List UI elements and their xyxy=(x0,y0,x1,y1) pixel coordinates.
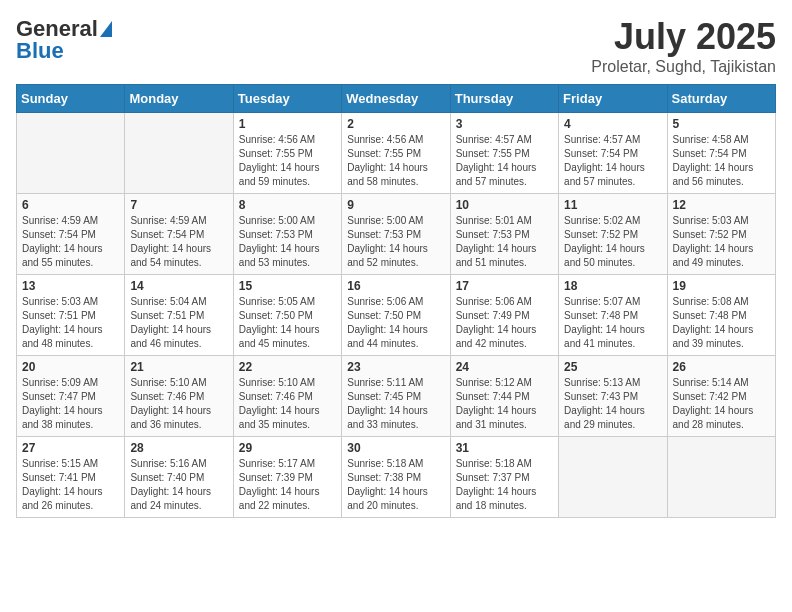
day-info: Sunrise: 5:10 AMSunset: 7:46 PMDaylight:… xyxy=(239,376,336,432)
weekday-header-row: SundayMondayTuesdayWednesdayThursdayFrid… xyxy=(17,85,776,113)
calendar-cell: 31Sunrise: 5:18 AMSunset: 7:37 PMDayligh… xyxy=(450,437,558,518)
weekday-header-wednesday: Wednesday xyxy=(342,85,450,113)
calendar-cell: 19Sunrise: 5:08 AMSunset: 7:48 PMDayligh… xyxy=(667,275,775,356)
day-number: 11 xyxy=(564,198,661,212)
calendar-week-5: 27Sunrise: 5:15 AMSunset: 7:41 PMDayligh… xyxy=(17,437,776,518)
calendar-week-4: 20Sunrise: 5:09 AMSunset: 7:47 PMDayligh… xyxy=(17,356,776,437)
day-number: 2 xyxy=(347,117,444,131)
weekday-header-tuesday: Tuesday xyxy=(233,85,341,113)
title-block: July 2025 Proletar, Sughd, Tajikistan xyxy=(591,16,776,76)
day-info: Sunrise: 5:02 AMSunset: 7:52 PMDaylight:… xyxy=(564,214,661,270)
calendar-cell: 20Sunrise: 5:09 AMSunset: 7:47 PMDayligh… xyxy=(17,356,125,437)
calendar-cell: 26Sunrise: 5:14 AMSunset: 7:42 PMDayligh… xyxy=(667,356,775,437)
calendar-cell xyxy=(559,437,667,518)
calendar-cell: 25Sunrise: 5:13 AMSunset: 7:43 PMDayligh… xyxy=(559,356,667,437)
day-number: 7 xyxy=(130,198,227,212)
calendar-cell: 7Sunrise: 4:59 AMSunset: 7:54 PMDaylight… xyxy=(125,194,233,275)
page-header: General Blue July 2025 Proletar, Sughd, … xyxy=(16,16,776,76)
day-info: Sunrise: 5:03 AMSunset: 7:51 PMDaylight:… xyxy=(22,295,119,351)
weekday-header-monday: Monday xyxy=(125,85,233,113)
calendar-cell: 17Sunrise: 5:06 AMSunset: 7:49 PMDayligh… xyxy=(450,275,558,356)
day-info: Sunrise: 5:01 AMSunset: 7:53 PMDaylight:… xyxy=(456,214,553,270)
calendar-cell: 24Sunrise: 5:12 AMSunset: 7:44 PMDayligh… xyxy=(450,356,558,437)
location-title: Proletar, Sughd, Tajikistan xyxy=(591,58,776,76)
day-number: 6 xyxy=(22,198,119,212)
calendar-cell: 27Sunrise: 5:15 AMSunset: 7:41 PMDayligh… xyxy=(17,437,125,518)
day-number: 10 xyxy=(456,198,553,212)
day-info: Sunrise: 4:59 AMSunset: 7:54 PMDaylight:… xyxy=(130,214,227,270)
logo-blue: Blue xyxy=(16,38,64,64)
weekday-header-friday: Friday xyxy=(559,85,667,113)
day-number: 13 xyxy=(22,279,119,293)
day-number: 25 xyxy=(564,360,661,374)
calendar-cell: 16Sunrise: 5:06 AMSunset: 7:50 PMDayligh… xyxy=(342,275,450,356)
day-info: Sunrise: 5:16 AMSunset: 7:40 PMDaylight:… xyxy=(130,457,227,513)
calendar-cell: 4Sunrise: 4:57 AMSunset: 7:54 PMDaylight… xyxy=(559,113,667,194)
day-info: Sunrise: 5:10 AMSunset: 7:46 PMDaylight:… xyxy=(130,376,227,432)
day-number: 1 xyxy=(239,117,336,131)
calendar-cell: 23Sunrise: 5:11 AMSunset: 7:45 PMDayligh… xyxy=(342,356,450,437)
day-number: 27 xyxy=(22,441,119,455)
month-title: July 2025 xyxy=(591,16,776,58)
day-info: Sunrise: 4:56 AMSunset: 7:55 PMDaylight:… xyxy=(347,133,444,189)
calendar-cell: 10Sunrise: 5:01 AMSunset: 7:53 PMDayligh… xyxy=(450,194,558,275)
day-info: Sunrise: 4:56 AMSunset: 7:55 PMDaylight:… xyxy=(239,133,336,189)
day-number: 14 xyxy=(130,279,227,293)
day-info: Sunrise: 5:09 AMSunset: 7:47 PMDaylight:… xyxy=(22,376,119,432)
day-info: Sunrise: 5:03 AMSunset: 7:52 PMDaylight:… xyxy=(673,214,770,270)
day-info: Sunrise: 5:06 AMSunset: 7:49 PMDaylight:… xyxy=(456,295,553,351)
day-number: 3 xyxy=(456,117,553,131)
day-number: 24 xyxy=(456,360,553,374)
calendar-cell: 6Sunrise: 4:59 AMSunset: 7:54 PMDaylight… xyxy=(17,194,125,275)
day-info: Sunrise: 5:17 AMSunset: 7:39 PMDaylight:… xyxy=(239,457,336,513)
day-number: 12 xyxy=(673,198,770,212)
day-info: Sunrise: 5:06 AMSunset: 7:50 PMDaylight:… xyxy=(347,295,444,351)
calendar-week-2: 6Sunrise: 4:59 AMSunset: 7:54 PMDaylight… xyxy=(17,194,776,275)
weekday-header-thursday: Thursday xyxy=(450,85,558,113)
day-number: 5 xyxy=(673,117,770,131)
calendar-cell: 11Sunrise: 5:02 AMSunset: 7:52 PMDayligh… xyxy=(559,194,667,275)
calendar-cell: 2Sunrise: 4:56 AMSunset: 7:55 PMDaylight… xyxy=(342,113,450,194)
calendar-table: SundayMondayTuesdayWednesdayThursdayFrid… xyxy=(16,84,776,518)
calendar-cell: 28Sunrise: 5:16 AMSunset: 7:40 PMDayligh… xyxy=(125,437,233,518)
day-number: 30 xyxy=(347,441,444,455)
day-info: Sunrise: 4:58 AMSunset: 7:54 PMDaylight:… xyxy=(673,133,770,189)
day-info: Sunrise: 5:15 AMSunset: 7:41 PMDaylight:… xyxy=(22,457,119,513)
calendar-cell xyxy=(667,437,775,518)
calendar-week-1: 1Sunrise: 4:56 AMSunset: 7:55 PMDaylight… xyxy=(17,113,776,194)
logo: General Blue xyxy=(16,16,112,64)
day-number: 31 xyxy=(456,441,553,455)
day-number: 17 xyxy=(456,279,553,293)
weekday-header-saturday: Saturday xyxy=(667,85,775,113)
calendar-cell: 12Sunrise: 5:03 AMSunset: 7:52 PMDayligh… xyxy=(667,194,775,275)
calendar-cell: 29Sunrise: 5:17 AMSunset: 7:39 PMDayligh… xyxy=(233,437,341,518)
day-number: 4 xyxy=(564,117,661,131)
weekday-header-sunday: Sunday xyxy=(17,85,125,113)
day-number: 8 xyxy=(239,198,336,212)
day-number: 22 xyxy=(239,360,336,374)
day-number: 29 xyxy=(239,441,336,455)
day-info: Sunrise: 4:57 AMSunset: 7:55 PMDaylight:… xyxy=(456,133,553,189)
day-info: Sunrise: 4:57 AMSunset: 7:54 PMDaylight:… xyxy=(564,133,661,189)
calendar-cell: 22Sunrise: 5:10 AMSunset: 7:46 PMDayligh… xyxy=(233,356,341,437)
day-info: Sunrise: 5:12 AMSunset: 7:44 PMDaylight:… xyxy=(456,376,553,432)
day-number: 20 xyxy=(22,360,119,374)
day-number: 9 xyxy=(347,198,444,212)
day-number: 21 xyxy=(130,360,227,374)
day-info: Sunrise: 5:18 AMSunset: 7:38 PMDaylight:… xyxy=(347,457,444,513)
day-info: Sunrise: 5:04 AMSunset: 7:51 PMDaylight:… xyxy=(130,295,227,351)
day-info: Sunrise: 4:59 AMSunset: 7:54 PMDaylight:… xyxy=(22,214,119,270)
calendar-cell: 18Sunrise: 5:07 AMSunset: 7:48 PMDayligh… xyxy=(559,275,667,356)
day-info: Sunrise: 5:13 AMSunset: 7:43 PMDaylight:… xyxy=(564,376,661,432)
day-info: Sunrise: 5:00 AMSunset: 7:53 PMDaylight:… xyxy=(347,214,444,270)
calendar-cell: 1Sunrise: 4:56 AMSunset: 7:55 PMDaylight… xyxy=(233,113,341,194)
logo-triangle-icon xyxy=(100,21,112,37)
day-number: 28 xyxy=(130,441,227,455)
day-info: Sunrise: 5:11 AMSunset: 7:45 PMDaylight:… xyxy=(347,376,444,432)
calendar-cell: 14Sunrise: 5:04 AMSunset: 7:51 PMDayligh… xyxy=(125,275,233,356)
calendar-cell: 21Sunrise: 5:10 AMSunset: 7:46 PMDayligh… xyxy=(125,356,233,437)
calendar-cell: 8Sunrise: 5:00 AMSunset: 7:53 PMDaylight… xyxy=(233,194,341,275)
day-info: Sunrise: 5:07 AMSunset: 7:48 PMDaylight:… xyxy=(564,295,661,351)
calendar-cell: 30Sunrise: 5:18 AMSunset: 7:38 PMDayligh… xyxy=(342,437,450,518)
calendar-cell: 15Sunrise: 5:05 AMSunset: 7:50 PMDayligh… xyxy=(233,275,341,356)
